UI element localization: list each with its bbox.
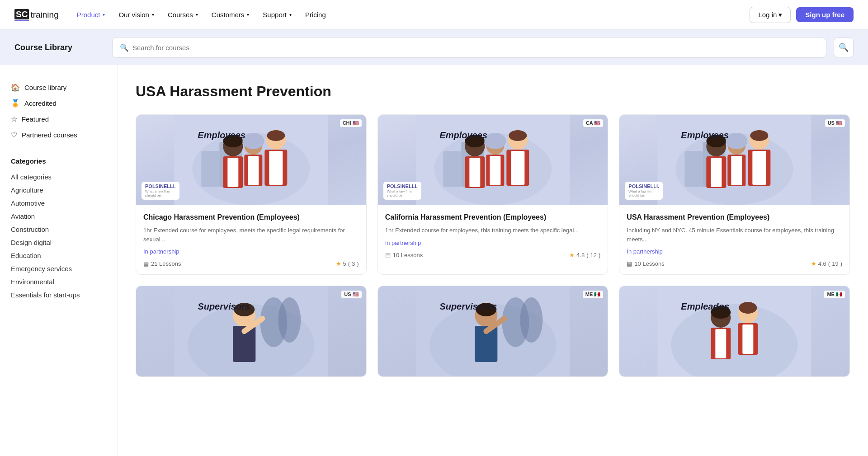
card-image-chicago: Employees CHI 🇺🇸 POLSINELLI. What a law …	[136, 115, 366, 205]
course-grid: Employees CHI 🇺🇸 POLSINELLI. What a law …	[136, 114, 850, 377]
sidebar-category-education[interactable]: Education	[11, 249, 106, 262]
svg-point-57	[278, 297, 301, 343]
course-card-empleados-mx[interactable]: Empleados ME 🇲🇽	[619, 286, 850, 377]
home-icon: 🏠	[11, 83, 20, 92]
search-icon: 🔍	[120, 43, 129, 52]
course-flag: ME 🇲🇽	[583, 291, 604, 298]
page-title: USA Harassment Prevention	[136, 83, 850, 100]
sidebar-item-partnered[interactable]: ♡ Partnered courses	[11, 127, 106, 143]
course-partnership: In partnership	[627, 248, 842, 255]
sidebar-category-all[interactable]: All categories	[11, 170, 106, 183]
chevron-down-icon: ▾	[152, 12, 154, 17]
lessons-icon: ▤	[627, 260, 632, 267]
svg-rect-23	[469, 158, 480, 187]
sidebar-item-accredited[interactable]: 🏅 Accredited	[11, 95, 106, 111]
nav-item-pricing[interactable]: Pricing	[300, 8, 331, 21]
logo[interactable]: SC training	[14, 8, 59, 21]
svg-point-9	[242, 133, 264, 149]
sidebar-item-course-library[interactable]: 🏠 Course library	[11, 80, 106, 95]
star-outline-icon: ☆	[11, 115, 17, 123]
navbar-left: SC training Product ▾ Our vision ▾ Cours…	[14, 8, 331, 21]
svg-rect-11	[248, 156, 259, 185]
sidebar-category-agriculture[interactable]: Agriculture	[11, 183, 106, 197]
course-card-california[interactable]: Employees CA 🇺🇸 POLSINELLI. What a law f…	[377, 114, 609, 275]
chevron-down-icon: ▾	[196, 12, 198, 17]
chevron-down-icon: ▾	[247, 12, 249, 17]
search-submit-button[interactable]: 🔍	[834, 38, 854, 57]
course-rating: ★ 4.8 (12)	[569, 252, 600, 259]
chevron-down-icon: ▾	[289, 12, 292, 17]
login-button[interactable]: Log in ▾	[750, 7, 791, 23]
sidebar-item-featured[interactable]: ☆ Featured	[11, 111, 106, 127]
course-rating: ★ 4.6 (19)	[811, 260, 842, 267]
course-card-usa-employees[interactable]: Employees US 🇺🇸 POLSINELLI. What a law f…	[619, 114, 850, 275]
svg-rect-31	[511, 151, 524, 185]
svg-text:Supervisores: Supervisores	[439, 301, 497, 311]
course-title: Chicago Harassment Prevention (Employees…	[143, 212, 359, 222]
nav-item-ourvision[interactable]: Our vision ▾	[113, 8, 160, 21]
main-layout: 🏠 Course library 🏅 Accredited ☆ Featured…	[0, 65, 868, 456]
svg-point-15	[267, 130, 285, 141]
navbar-right: Log in ▾ Sign up free	[750, 7, 854, 23]
course-title: USA Harassment Prevention (Employees)	[627, 212, 842, 222]
card-image-usa-employees: Employees US 🇺🇸 POLSINELLI. What a law f…	[619, 115, 849, 205]
course-flag: CA 🇺🇸	[583, 119, 604, 127]
svg-point-43	[726, 133, 748, 149]
navbar: SC training Product ▾ Our vision ▾ Cours…	[0, 0, 868, 30]
sidebar-category-design[interactable]: Design digital	[11, 236, 106, 249]
course-card-body: USA Harassment Prevention (Employees) In…	[619, 205, 849, 274]
course-partnership: In partnership	[385, 240, 601, 246]
nav-item-customers[interactable]: Customers ▾	[206, 8, 255, 21]
course-partnership: In partnership	[143, 248, 359, 255]
svg-rect-36	[685, 151, 703, 187]
sidebar-category-construction[interactable]: Construction	[11, 223, 106, 236]
course-flag: ME 🇲🇽	[824, 291, 845, 298]
chevron-down-icon: ▾	[103, 12, 105, 17]
sidebar-category-environmental[interactable]: Environmental	[11, 275, 106, 288]
svg-rect-19	[443, 151, 461, 187]
nav-item-support[interactable]: Support ▾	[257, 8, 297, 21]
course-card-chicago[interactable]: Employees CHI 🇺🇸 POLSINELLI. What a law …	[136, 114, 367, 275]
course-lessons: ▤ 10 Lessons	[385, 252, 423, 259]
course-rating: ★ 5 (3)	[336, 260, 359, 267]
svg-text:Employees: Employees	[439, 130, 487, 140]
star-icon: ★	[569, 252, 575, 259]
search-input[interactable]	[132, 44, 819, 52]
svg-point-49	[750, 130, 769, 141]
sidebar: 🏠 Course library 🏅 Accredited ☆ Featured…	[0, 65, 118, 456]
svg-text:Supervisors: Supervisors	[198, 301, 250, 311]
card-image-supervisors: Supervisors US 🇺🇸	[136, 286, 366, 376]
search-icon: 🔍	[839, 42, 849, 52]
course-card-supervisores-mx[interactable]: Supervisores ME 🇲🇽	[377, 286, 609, 377]
heart-outline-icon: ♡	[11, 131, 17, 139]
course-card-usa-supervisors[interactable]: Supervisors US 🇺🇸	[136, 286, 367, 377]
svg-point-26	[484, 133, 506, 149]
svg-point-66	[520, 297, 542, 343]
nav-item-product[interactable]: Product ▾	[71, 8, 111, 21]
signup-button[interactable]: Sign up free	[796, 7, 854, 22]
svg-point-76	[739, 302, 757, 314]
star-icon: ★	[336, 260, 341, 267]
sidebar-category-essentials[interactable]: Essentials for start-ups	[11, 288, 106, 301]
svg-text:Employees: Employees	[681, 130, 729, 140]
card-image-california: Employees CA 🇺🇸 POLSINELLI. What a law f…	[378, 115, 608, 205]
course-footer: ▤ 21 Lessons ★ 5 (3)	[143, 260, 359, 267]
sidebar-category-automotive[interactable]: Automotive	[11, 197, 106, 210]
sidebar-nav: 🏠 Course library 🏅 Accredited ☆ Featured…	[11, 80, 106, 143]
polsinelli-badge: POLSINELLI. What a law firmshould be.	[625, 182, 663, 200]
card-image-supervisores: Supervisores ME 🇲🇽	[378, 286, 608, 376]
sidebar-category-emergency[interactable]: Emergency services	[11, 262, 106, 275]
polsinelli-badge: POLSINELLI. What a law firmshould be.	[142, 182, 179, 200]
course-footer: ▤ 10 Lessons ★ 4.6 (19)	[627, 260, 842, 267]
svg-rect-45	[731, 156, 742, 185]
course-footer: ▤ 10 Lessons ★ 4.8 (12)	[385, 252, 601, 259]
card-image-empleados: Empleados ME 🇲🇽	[619, 286, 849, 376]
svg-rect-6	[227, 158, 238, 187]
sidebar-category-aviation[interactable]: Aviation	[11, 210, 106, 223]
nav-item-courses[interactable]: Courses ▾	[162, 8, 203, 21]
svg-rect-48	[753, 151, 766, 185]
search-bar-area: Course Library 🔍 🔍	[0, 30, 868, 65]
course-title: California Harassment Prevention (Employ…	[385, 212, 601, 222]
search-bar-container: 🔍	[112, 37, 826, 58]
course-lessons: ▤ 10 Lessons	[627, 260, 665, 267]
